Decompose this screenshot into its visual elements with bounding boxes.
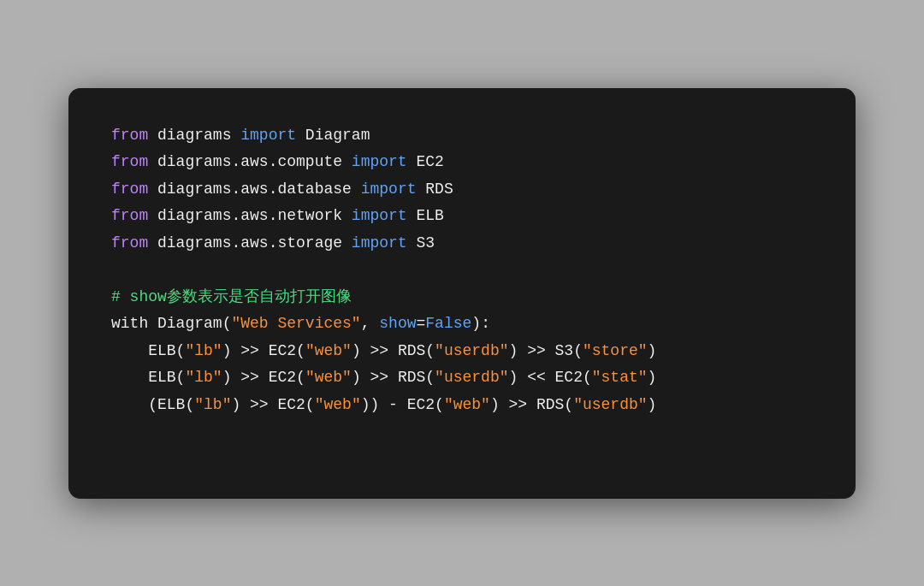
code-token: Diagram( — [148, 315, 231, 332]
code-token: diagrams.aws.network — [148, 207, 352, 224]
code-line: from diagrams.aws.database import RDS — [111, 176, 813, 204]
code-token: from — [111, 127, 148, 144]
code-token: diagrams.aws.compute — [148, 153, 352, 170]
code-line: ELB("lb") >> EC2("web") >> RDS("userdb")… — [111, 338, 813, 365]
code-token: ) — [648, 369, 657, 386]
code-token: import — [361, 181, 417, 198]
code-token: EC2 — [407, 153, 444, 170]
code-token: "userdb" — [435, 342, 508, 359]
code-token: "stat" — [592, 369, 648, 386]
code-token: ELB( — [148, 342, 185, 359]
code-token: diagrams — [148, 127, 240, 144]
code-line — [111, 257, 813, 284]
code-token: ): — [471, 315, 490, 332]
code-token: from — [111, 234, 148, 252]
code-block: from diagrams import Diagramfrom diagram… — [111, 122, 813, 419]
code-token: "lb" — [185, 369, 222, 386]
code-token: "web" — [305, 342, 352, 359]
code-container: from diagrams import Diagramfrom diagram… — [68, 88, 856, 499]
code-token: diagrams.aws.database — [148, 181, 360, 198]
code-line: from diagrams.aws.compute import EC2 — [111, 149, 813, 176]
code-token: ELB( — [148, 369, 185, 386]
code-token: ) >> EC2( — [222, 342, 305, 359]
code-token: False — [425, 315, 471, 332]
code-token: # show参数表示是否自动打开图像 — [111, 288, 352, 305]
code-token: ) >> EC2( — [231, 396, 314, 413]
code-token: "web" — [444, 396, 490, 413]
code-token: "Web Services" — [231, 315, 360, 332]
code-token: Diagram — [296, 127, 370, 144]
code-token: from — [111, 181, 148, 198]
code-token: "userdb" — [435, 369, 508, 386]
code-token: (ELB( — [148, 396, 194, 413]
code-token: ) — [648, 342, 657, 359]
code-token: ) << EC2( — [509, 369, 592, 386]
code-token: import — [352, 207, 407, 224]
code-token: RDS — [416, 181, 453, 198]
code-token: , — [361, 315, 380, 332]
code-token: = — [417, 315, 426, 332]
code-token: ) — [648, 396, 657, 413]
code-token: from — [111, 153, 148, 170]
code-token: "web" — [305, 369, 352, 386]
code-token: diagrams.aws.storage — [148, 234, 352, 252]
code-token: ) >> RDS( — [490, 396, 573, 413]
code-token: ) >> S3( — [509, 342, 583, 359]
code-token: with — [111, 315, 148, 332]
code-token: ) >> RDS( — [352, 342, 435, 359]
code-token: from — [111, 207, 148, 224]
code-token: S3 — [407, 234, 435, 252]
code-token: "lb" — [194, 396, 231, 413]
code-token: )) - EC2( — [361, 396, 444, 413]
code-token: "store" — [583, 342, 648, 359]
code-token: ELB — [407, 207, 444, 224]
code-token: ) >> RDS( — [352, 369, 435, 386]
code-token: show — [379, 315, 416, 332]
code-token: import — [352, 234, 407, 252]
code-line: ELB("lb") >> EC2("web") >> RDS("userdb")… — [111, 364, 813, 392]
code-token: import — [240, 127, 296, 144]
code-token: ) >> EC2( — [222, 369, 305, 386]
code-line: from diagrams import Diagram — [111, 122, 813, 150]
code-line: from diagrams.aws.storage import S3 — [111, 230, 813, 257]
code-token: "userdb" — [573, 396, 647, 413]
code-line: with Diagram("Web Services", show=False)… — [111, 311, 813, 338]
code-token: import — [352, 153, 407, 170]
code-line: from diagrams.aws.network import ELB — [111, 203, 813, 230]
code-token: "lb" — [185, 342, 222, 359]
code-token: "web" — [315, 396, 361, 413]
code-line: # show参数表示是否自动打开图像 — [111, 284, 813, 311]
code-line: (ELB("lb") >> EC2("web")) - EC2("web") >… — [111, 392, 813, 419]
